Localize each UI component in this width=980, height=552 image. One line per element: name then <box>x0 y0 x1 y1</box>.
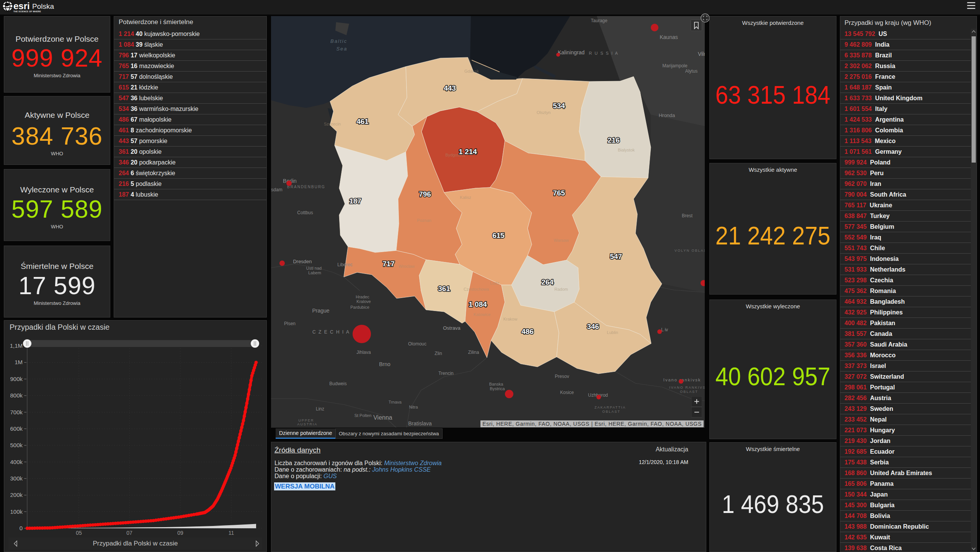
svg-text:Baltic: Baltic <box>330 38 347 44</box>
svg-text:Usti nad: Usti nad <box>306 266 322 270</box>
svg-text:Czestochowa: Czestochowa <box>464 287 489 291</box>
svg-text:547: 547 <box>610 252 622 261</box>
svg-text:Bratislava: Bratislava <box>408 420 432 427</box>
svg-text:OBLAST: OBLAST <box>680 390 698 394</box>
svg-text:11: 11 <box>229 530 234 536</box>
svg-text:Taurage: Taurage <box>591 18 608 23</box>
svg-text:Liberec: Liberec <box>337 262 352 267</box>
svg-text:187: 187 <box>349 197 361 205</box>
svg-text:Lublin: Lublin <box>607 330 618 335</box>
svg-text:Banska: Banska <box>489 382 504 386</box>
svg-text:486: 486 <box>521 327 534 335</box>
svg-text:Plsen: Plsen <box>284 321 296 326</box>
svg-text:300k: 300k <box>10 475 23 482</box>
svg-text:Szczecin: Szczecin <box>324 122 341 126</box>
svg-text:Prague: Prague <box>312 308 329 314</box>
svg-text:Pardubice: Pardubice <box>350 305 369 309</box>
svg-text:800k: 800k <box>10 392 23 399</box>
svg-text:Brno: Brno <box>379 361 390 367</box>
svg-text:Presov: Presov <box>555 374 569 379</box>
svg-text:Ostrava: Ostrava <box>443 325 461 331</box>
svg-text:OBLAST: OBLAST <box>602 410 621 414</box>
svg-text:otsdam: otsdam <box>271 187 283 192</box>
svg-text:THE SCIENCE OF WHERE: THE SCIENCE OF WHERE <box>13 10 41 13</box>
svg-text:Lodz: Lodz <box>490 281 499 285</box>
svg-text:765: 765 <box>553 189 565 197</box>
svg-text:900k: 900k <box>10 376 23 382</box>
svg-text:09: 09 <box>177 530 183 536</box>
svg-text:AUSTRIA: AUSTRIA <box>297 422 317 426</box>
svg-text:Budweis: Budweis <box>329 381 346 386</box>
svg-text:Krakow: Krakow <box>503 317 518 321</box>
svg-text:C Z E C H I A: C Z E C H I A <box>312 329 350 335</box>
svg-text:Hronda: Hronda <box>659 112 675 118</box>
svg-text:05: 05 <box>76 530 82 536</box>
svg-text:Radom: Radom <box>554 287 568 291</box>
svg-text:Gdansk: Gdansk <box>464 69 479 73</box>
svg-text:Alytus: Alytus <box>685 68 698 74</box>
svg-text:ZAKARPATTIA: ZAKARPATTIA <box>595 405 626 409</box>
svg-text:264: 264 <box>541 278 554 286</box>
svg-text:Kosice: Kosice <box>560 390 574 395</box>
svg-text:L iv: L iv <box>661 327 668 332</box>
svg-text:Labem: Labem <box>308 270 321 275</box>
svg-text:Zilina: Zilina <box>468 350 479 355</box>
svg-text:700k: 700k <box>10 409 23 415</box>
svg-text:Dresden: Dresden <box>293 259 312 264</box>
svg-text:Kaliningrad: Kaliningrad <box>558 49 585 55</box>
svg-text:443: 443 <box>444 84 456 92</box>
svg-text:Sea: Sea <box>336 46 347 52</box>
svg-text:361: 361 <box>438 285 450 293</box>
svg-text:Hradec: Hradec <box>356 295 369 299</box>
svg-text:600k: 600k <box>10 425 23 432</box>
svg-text:VOLYN OBLAST: VOLYN OBLAST <box>675 249 705 252</box>
svg-text:St Polten: St Polten <box>354 413 372 418</box>
svg-text:Olomouc: Olomouc <box>408 341 426 347</box>
svg-text:Jihlava: Jihlava <box>356 350 371 355</box>
svg-text:461: 461 <box>356 117 369 125</box>
svg-text:Trencin: Trencin <box>438 371 454 376</box>
svg-text:Nitra: Nitra <box>409 405 418 409</box>
svg-text:1 084: 1 084 <box>469 300 487 308</box>
svg-text:400k: 400k <box>10 459 23 465</box>
svg-text:1 214: 1 214 <box>459 148 477 156</box>
svg-text:Vilni: Vilni <box>698 51 705 57</box>
svg-text:Linz: Linz <box>316 406 324 412</box>
svg-text:346: 346 <box>587 322 599 331</box>
svg-text:Olsztyn: Olsztyn <box>537 110 551 115</box>
svg-text:Marijampole: Marijampole <box>662 63 688 68</box>
svg-text:esri: esri <box>13 1 30 11</box>
svg-text:796: 796 <box>419 190 431 198</box>
svg-text:615: 615 <box>492 231 505 239</box>
svg-text:500k: 500k <box>10 442 23 448</box>
svg-text:200k: 200k <box>10 492 23 498</box>
svg-text:Wroclaw: Wroclaw <box>399 264 415 269</box>
svg-text:534: 534 <box>553 102 565 110</box>
svg-text:BRANDENBURG: BRANDENBURG <box>287 185 325 189</box>
svg-text:Polska: Polska <box>32 2 54 10</box>
svg-text:1,1M: 1,1M <box>10 342 23 349</box>
svg-text:Cottbus: Cottbus <box>297 210 313 215</box>
svg-text:R U S S I A: R U S S I A <box>589 51 619 55</box>
svg-text:Vienna: Vienna <box>373 414 392 421</box>
svg-text:Kaunas: Kaunas <box>660 34 678 40</box>
svg-text:IVANO RANKIVSK: IVANO RANKIVSK <box>669 386 705 389</box>
svg-text:Bystrica: Bystrica <box>490 386 505 391</box>
svg-text:Katowice: Katowice <box>474 312 491 317</box>
svg-text:Poznan: Poznan <box>417 218 431 223</box>
svg-text:UPPER: UPPER <box>298 418 314 422</box>
svg-text:717: 717 <box>382 260 395 268</box>
svg-text:Trnava: Trnava <box>389 400 402 404</box>
svg-text:07: 07 <box>126 530 132 536</box>
svg-text:Warsaw: Warsaw <box>554 238 568 243</box>
svg-text:1M: 1M <box>15 359 23 365</box>
svg-text:Zlin: Zlin <box>434 351 442 356</box>
svg-text:Kalisz: Kalisz <box>460 195 471 200</box>
svg-text:Bialystok: Bialystok <box>618 148 635 152</box>
svg-text:216: 216 <box>608 136 620 144</box>
svg-text:0: 0 <box>20 525 23 531</box>
svg-text:Brest: Brest <box>682 213 693 218</box>
svg-text:Kralove: Kralove <box>356 299 371 304</box>
svg-text:100k: 100k <box>10 508 23 515</box>
